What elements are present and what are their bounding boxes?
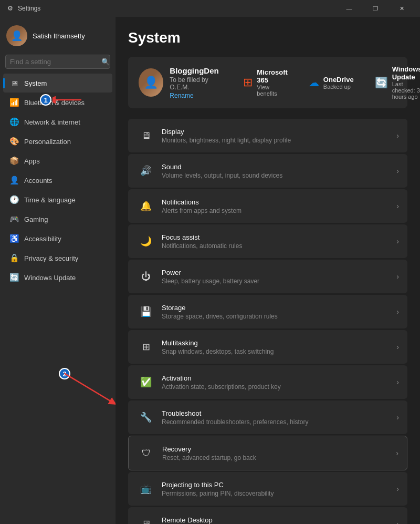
user-profile[interactable]: 👤 Satish Ithamsetty xyxy=(0,17,116,53)
sound-chevron: › xyxy=(396,167,399,175)
card-avatar: 👤 xyxy=(139,68,163,97)
settings-row-power[interactable]: ⏻ Power Sleep, battery usage, battery sa… xyxy=(128,260,407,293)
troubleshoot-sub: Recommended troubleshooters, preferences… xyxy=(162,418,396,426)
rename-link[interactable]: Rename xyxy=(170,92,222,99)
quick-info-windows-update[interactable]: 🔄 Windows Update Last checked: 3 hours a… xyxy=(375,65,420,100)
settings-row-storage[interactable]: 💾 Storage Storage space, drives, configu… xyxy=(128,295,407,328)
sound-sub: Volume levels, output, input, sound devi… xyxy=(162,172,396,179)
notifications-icon: 🔔 xyxy=(136,197,155,215)
svg-line-3 xyxy=(64,373,116,405)
user-name: Satish Ithamsetty xyxy=(33,32,85,40)
windows-update-nav-label: Windows Update xyxy=(24,274,76,282)
onedrive-sub: Backed up xyxy=(323,84,354,90)
apps-nav-icon: 📦 xyxy=(9,156,19,166)
search-icon: 🔍 xyxy=(101,58,110,66)
settings-row-sound[interactable]: 🔊 Sound Volume levels, output, input, so… xyxy=(128,154,407,188)
restore-button[interactable]: ❐ xyxy=(363,0,387,17)
accounts-nav-icon: 👤 xyxy=(9,176,19,185)
arrow-1-icon xyxy=(52,95,84,105)
sidebar-item-time[interactable]: 🕐 Time & language xyxy=(3,190,112,209)
settings-row-activation[interactable]: ✅ Activation Activation state, subscript… xyxy=(128,365,407,399)
onedrive-icon: ☁ xyxy=(309,76,319,89)
quick-info-microsoft365-text: Microsoft 365 View benefits xyxy=(257,68,288,97)
sidebar-item-accounts[interactable]: 👤 Accounts xyxy=(3,171,112,190)
notifications-chevron: › xyxy=(396,202,399,210)
projecting-chevron: › xyxy=(396,485,399,493)
info-card: 👤 BloggingDen To be filled by O.E.M. Ren… xyxy=(128,57,407,108)
sidebar-item-network[interactable]: 🌐 Network & internet xyxy=(3,112,112,131)
settings-row-troubleshoot[interactable]: 🔧 Troubleshoot Recommended troubleshoote… xyxy=(128,400,407,434)
search-box[interactable]: 🔍 xyxy=(5,55,110,69)
quick-info-windows-update-text: Windows Update Last checked: 3 hours ago xyxy=(392,65,420,100)
settings-row-notifications[interactable]: 🔔 Notifications Alerts from apps and sys… xyxy=(128,189,407,223)
recovery-chevron: › xyxy=(396,449,398,457)
windows-update-icon: 🔄 xyxy=(375,76,388,89)
sidebar-item-windows-update[interactable]: 🔄 Windows Update xyxy=(3,268,112,287)
projecting-title: Projecting to this PC xyxy=(162,481,396,489)
sound-title: Sound xyxy=(162,163,396,171)
arrow-2-icon xyxy=(64,373,116,415)
remote-desktop-text: Remote Desktop Remote Desktop users, con… xyxy=(162,516,396,525)
multitasking-title: Multitasking xyxy=(162,339,396,347)
notifications-title: Notifications xyxy=(162,198,396,206)
troubleshoot-text: Troubleshoot Recommended troubleshooters… xyxy=(162,409,396,426)
windows-update-sub: Last checked: 3 hours ago xyxy=(392,81,420,100)
sidebar-item-gaming[interactable]: 🎮 Gaming xyxy=(3,210,112,229)
microsoft365-icon: ⊞ xyxy=(243,76,253,89)
search-input[interactable] xyxy=(10,58,98,66)
info-card-user: 👤 BloggingDen To be filled by O.E.M. Ren… xyxy=(139,66,222,99)
close-button[interactable]: ✕ xyxy=(390,0,414,17)
sidebar-item-personalization[interactable]: 🎨 Personalization xyxy=(3,132,112,151)
display-icon: 🖥 xyxy=(136,126,155,145)
recovery-sub: Reset, advanced startup, go back xyxy=(162,454,396,461)
recovery-text: Recovery Reset, advanced startup, go bac… xyxy=(162,445,396,461)
settings-list: 🖥 Display Monitors, brightness, night li… xyxy=(128,119,407,524)
focus-assist-text: Focus assist Notifications, automatic ru… xyxy=(162,233,396,250)
settings-row-focus-assist[interactable]: 🌙 Focus assist Notifications, automatic … xyxy=(128,224,407,258)
settings-row-projecting[interactable]: 📺 Projecting to this PC Permissions, pai… xyxy=(128,472,407,506)
activation-sub: Activation state, subscriptions, product… xyxy=(162,383,396,391)
multitasking-text: Multitasking Snap windows, desktops, tas… xyxy=(162,339,396,355)
sidebar-item-system[interactable]: 🖥 System xyxy=(3,74,112,93)
projecting-sub: Permissions, pairing PIN, discoverabilit… xyxy=(162,490,396,497)
settings-row-display[interactable]: 🖥 Display Monitors, brightness, night li… xyxy=(128,119,407,152)
settings-row-recovery[interactable]: 🛡 Recovery Reset, advanced startup, go b… xyxy=(128,436,407,470)
troubleshoot-icon: 🔧 xyxy=(136,408,155,427)
annotation-1: 1 xyxy=(40,94,51,106)
settings-row-multitasking[interactable]: ⊞ Multitasking Snap windows, desktops, t… xyxy=(128,330,407,364)
focus-assist-title: Focus assist xyxy=(162,233,396,241)
storage-chevron: › xyxy=(396,307,399,316)
power-chevron: › xyxy=(396,272,399,281)
network-nav-icon: 🌐 xyxy=(9,117,19,127)
sidebar-item-apps[interactable]: 📦 Apps xyxy=(3,151,112,170)
notifications-sub: Alerts from apps and system xyxy=(162,207,396,214)
sound-text: Sound Volume levels, output, input, soun… xyxy=(162,163,396,179)
sidebar-item-accessibility[interactable]: ♿ Accessibility xyxy=(3,229,112,248)
minimize-button[interactable]: — xyxy=(337,0,361,17)
projecting-text: Projecting to this PC Permissions, pairi… xyxy=(162,481,396,497)
system-nav-label: System xyxy=(24,79,47,87)
activation-chevron: › xyxy=(396,378,399,386)
microsoft365-label: Microsoft 365 xyxy=(257,68,288,84)
quick-info-onedrive[interactable]: ☁ OneDrive Backed up xyxy=(309,76,354,90)
settings-row-remote-desktop[interactable]: 🖥 Remote Desktop Remote Desktop users, c… xyxy=(128,507,407,524)
sidebar-item-privacy[interactable]: 🔒 Privacy & security xyxy=(3,249,112,268)
annotation-2: 2 xyxy=(59,368,70,379)
personalization-nav-icon: 🎨 xyxy=(9,137,19,146)
privacy-nav-icon: 🔒 xyxy=(9,253,19,263)
troubleshoot-chevron: › xyxy=(396,413,399,422)
settings-app-icon: ⚙ xyxy=(6,5,14,12)
time-nav-label: Time & language xyxy=(24,196,76,204)
badge-1: 1 xyxy=(40,94,51,106)
personalization-nav-label: Personalization xyxy=(24,138,71,146)
onedrive-label: OneDrive xyxy=(323,76,354,84)
privacy-nav-label: Privacy & security xyxy=(24,254,78,262)
focus-assist-sub: Notifications, automatic rules xyxy=(162,242,396,250)
windows-update-label: Windows Update xyxy=(392,65,420,81)
sound-icon: 🔊 xyxy=(136,161,155,180)
quick-info-microsoft365[interactable]: ⊞ Microsoft 365 View benefits xyxy=(243,68,288,97)
network-nav-label: Network & internet xyxy=(24,118,80,126)
avatar: 👤 xyxy=(6,25,27,46)
remote-desktop-chevron: › xyxy=(396,520,399,524)
notifications-text: Notifications Alerts from apps and syste… xyxy=(162,198,396,214)
